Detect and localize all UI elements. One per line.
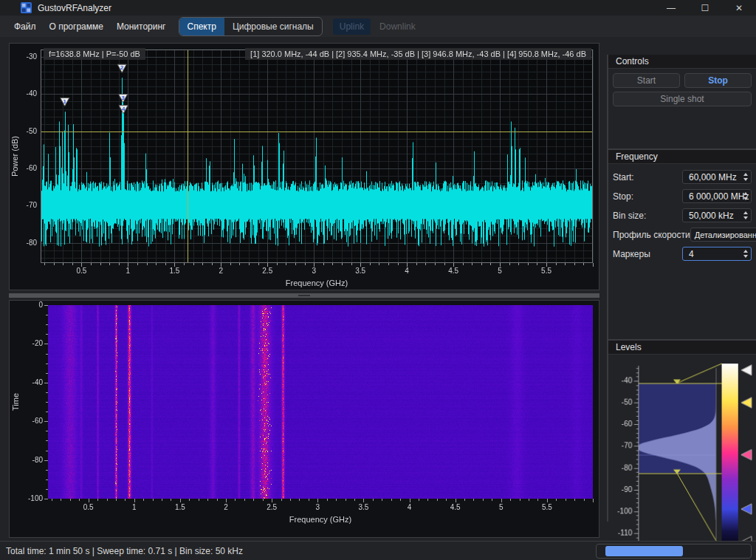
stop-frequency-value: 6 000,000 MHz: [689, 191, 749, 202]
speed-profile-value: Детализированный: [695, 231, 756, 239]
horizontal-splitter[interactable]: [9, 293, 599, 298]
start-button[interactable]: Start: [613, 73, 680, 88]
bin-size-value: 50,000 kHz: [689, 211, 734, 221]
spectrum-panel: f=1638.8 MHz | P=-50 dB [1] 320.0 MHz, -…: [9, 43, 599, 290]
markers-row: Маркеры 4: [613, 247, 752, 261]
menu-about[interactable]: О программе: [43, 18, 110, 35]
main-area: f=1638.8 MHz | P=-50 dB [1] 320.0 MHz, -…: [0, 37, 756, 541]
spinner-arrows-icon[interactable]: [743, 247, 748, 260]
tab-uplink: Uplink: [333, 18, 371, 35]
marker-summary: [1] 320.0 MHz, -44 dB | [2] 935.4 MHz, -…: [245, 48, 591, 60]
menu-file[interactable]: Файл: [7, 18, 43, 35]
markers-spinbox[interactable]: 4: [682, 247, 752, 261]
plot-column: f=1638.8 MHz | P=-50 dB [1] 320.0 MHz, -…: [9, 43, 599, 536]
window-title: GustovRFAnalyzer: [38, 3, 111, 13]
bin-size-spinbox[interactable]: 50,000 kHz: [682, 208, 752, 222]
titlebar: GustovRFAnalyzer — ☐ ✕: [0, 0, 756, 16]
speed-profile-dropdown[interactable]: Детализированный: [690, 228, 756, 242]
speed-profile-label: Профиль скорости: [613, 230, 690, 240]
levels-section: Levels Settings Levels: [608, 341, 756, 560]
spinner-arrows-icon[interactable]: [743, 190, 748, 202]
spectrum-plot[interactable]: [10, 44, 599, 290]
markers-value: 4: [689, 249, 694, 259]
start-frequency-spinbox[interactable]: 60,000 MHz: [682, 170, 752, 184]
frequency-header: Frequency: [608, 150, 756, 164]
progress-bar: [596, 544, 752, 559]
menu-monitoring[interactable]: Мониторинг: [110, 18, 173, 35]
stop-frequency-spinbox[interactable]: 6 000,000 MHz: [682, 189, 752, 203]
frequency-start-row: Start: 60,000 MHz: [613, 170, 752, 184]
levels-histogram[interactable]: [608, 355, 756, 560]
app-icon: [21, 2, 32, 13]
bin-size-label: Bin size:: [613, 211, 682, 221]
speed-profile-row: Профиль скорости Детализированный: [613, 228, 752, 242]
waterfall-plot[interactable]: [10, 301, 599, 537]
close-button[interactable]: ✕: [722, 0, 756, 16]
spinner-arrows-icon[interactable]: [743, 171, 748, 183]
minimize-button[interactable]: —: [654, 0, 688, 16]
splitter-handle[interactable]: [298, 295, 310, 296]
maximize-button[interactable]: ☐: [688, 0, 722, 16]
view-tabs: Спектр Цифровые сигналы: [179, 17, 323, 36]
tab-spectrum[interactable]: Спектр: [179, 18, 224, 35]
frequency-stop-row: Stop: 6 000,000 MHz: [613, 189, 752, 203]
spinner-arrows-icon[interactable]: [743, 209, 748, 222]
bin-size-row: Bin size: 50,000 kHz: [613, 208, 752, 222]
stop-button[interactable]: Stop: [684, 73, 752, 88]
tab-digital-signals[interactable]: Цифровые сигналы: [224, 18, 322, 35]
controls-section: Controls Start Stop Single shot: [608, 55, 756, 150]
start-frequency-value: 60,000 MHz: [689, 172, 737, 182]
controls-header: Controls: [608, 55, 756, 69]
levels-header: Levels: [608, 341, 756, 355]
status-text: Total time: 1 min 50 s | Sweep time: 0.7…: [6, 546, 243, 556]
single-shot-button[interactable]: Single shot: [613, 92, 752, 106]
cursor-readout: f=1638.8 MHz | P=-50 dB: [44, 48, 145, 60]
markers-label: Маркеры: [613, 249, 682, 259]
tab-downlink: Downlink: [375, 18, 420, 35]
menubar: Файл О программе Мониторинг Спектр Цифро…: [0, 16, 756, 38]
statusbar: Total time: 1 min 50 s | Sweep time: 0.7…: [0, 541, 756, 560]
frequency-section: Frequency Start: 60,000 MHz Stop: 6 000,…: [608, 150, 756, 341]
progress-fill: [605, 546, 683, 556]
waterfall-panel: [9, 300, 599, 538]
right-dock: Controls Start Stop Single shot Frequenc…: [607, 55, 756, 522]
start-label: Start:: [613, 172, 682, 182]
stop-label: Stop:: [613, 191, 682, 202]
